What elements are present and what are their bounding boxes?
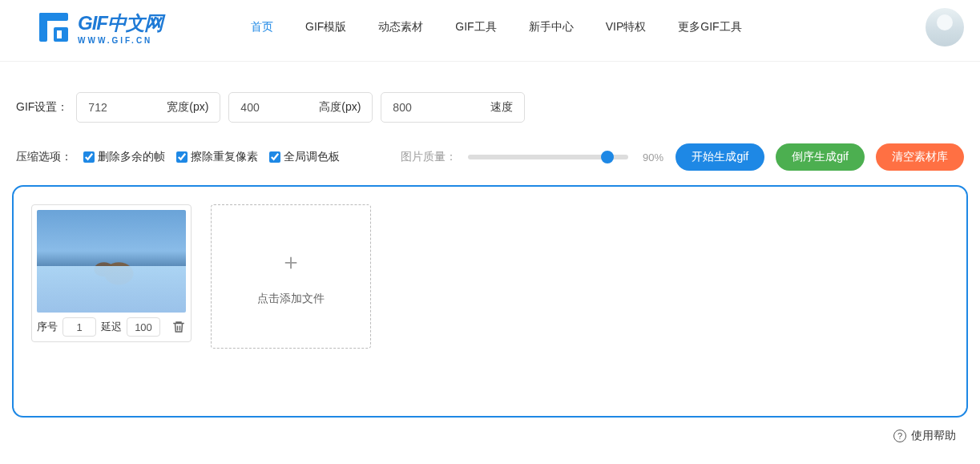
header: GIF中文网 WWW.GIF.CN 首页 GIF模版 动态素材 GIF工具 新手… bbox=[0, 0, 980, 62]
compression-label: 压缩选项： bbox=[16, 150, 72, 164]
add-file-label: 点击添加文件 bbox=[257, 292, 325, 306]
frame-controls: 序号 延迟 bbox=[37, 313, 186, 337]
help-text: 使用帮助 bbox=[911, 429, 956, 443]
logo[interactable]: GIF中文网 WWW.GIF.CN bbox=[36, 10, 163, 45]
help-icon: ? bbox=[893, 430, 906, 442]
speed-input-group: 速度 bbox=[381, 92, 525, 123]
cb-delete-extra-frames-input[interactable] bbox=[83, 151, 95, 163]
plus-icon: ＋ bbox=[280, 247, 302, 277]
height-suffix: 高度(px) bbox=[319, 100, 361, 115]
quality-value: 90% bbox=[643, 151, 663, 163]
logo-text: GIF中文网 WWW.GIF.CN bbox=[78, 10, 163, 45]
gif-settings-row: GIF设置： 宽度(px) 高度(px) 速度 bbox=[0, 62, 980, 137]
quality-slider-wrap: 90% bbox=[468, 151, 663, 163]
index-label: 序号 bbox=[37, 320, 58, 334]
clear-button[interactable]: 清空素材库 bbox=[876, 143, 964, 171]
nav-tools[interactable]: GIF工具 bbox=[455, 20, 496, 34]
cb-erase-dup-pixels-label: 擦除重复像素 bbox=[191, 150, 258, 164]
cb-erase-dup-pixels[interactable]: 擦除重复像素 bbox=[176, 150, 258, 164]
height-input[interactable] bbox=[240, 101, 296, 114]
width-input[interactable] bbox=[88, 101, 144, 114]
material-panel: 序号 延迟 ＋ 点击添加文件 bbox=[12, 185, 968, 418]
settings-label: GIF设置： bbox=[16, 100, 68, 115]
frame-thumbnail[interactable] bbox=[37, 210, 186, 313]
index-input[interactable] bbox=[63, 317, 96, 337]
width-suffix: 宽度(px) bbox=[167, 100, 208, 115]
add-file-card[interactable]: ＋ 点击添加文件 bbox=[211, 204, 371, 349]
user-avatar[interactable] bbox=[926, 8, 964, 46]
height-input-group: 高度(px) bbox=[228, 92, 373, 123]
help-link[interactable]: ? 使用帮助 bbox=[0, 418, 980, 446]
action-buttons: 开始生成gif 倒序生成gif 清空素材库 bbox=[676, 143, 964, 171]
logo-title: GIF中文网 bbox=[78, 10, 163, 36]
cb-global-palette-label: 全局调色板 bbox=[284, 150, 340, 164]
nav-materials[interactable]: 动态素材 bbox=[378, 20, 423, 34]
cb-delete-extra-frames[interactable]: 删除多余的帧 bbox=[83, 150, 165, 164]
width-input-group: 宽度(px) bbox=[76, 92, 220, 123]
cb-erase-dup-pixels-input[interactable] bbox=[176, 151, 188, 163]
compression-row: 压缩选项： 删除多余的帧 擦除重复像素 全局调色板 图片质量： 90% 开始生成… bbox=[0, 137, 980, 185]
main-nav: 首页 GIF模版 动态素材 GIF工具 新手中心 VIP特权 更多GIF工具 bbox=[251, 20, 742, 34]
nav-more[interactable]: 更多GIF工具 bbox=[678, 20, 741, 34]
quality-label: 图片质量： bbox=[401, 150, 457, 164]
nav-newbie[interactable]: 新手中心 bbox=[529, 20, 574, 34]
speed-input[interactable] bbox=[393, 101, 449, 114]
generate-button[interactable]: 开始生成gif bbox=[676, 143, 764, 171]
logo-icon bbox=[36, 10, 71, 45]
delay-input[interactable] bbox=[127, 317, 160, 337]
cb-global-palette-input[interactable] bbox=[269, 151, 280, 163]
frame-card: 序号 延迟 bbox=[31, 204, 192, 342]
quality-slider[interactable] bbox=[468, 155, 628, 159]
nav-home[interactable]: 首页 bbox=[251, 20, 273, 34]
nav-vip[interactable]: VIP特权 bbox=[606, 20, 647, 34]
speed-suffix: 速度 bbox=[490, 100, 513, 115]
delay-label: 延迟 bbox=[101, 320, 122, 334]
nav-templates[interactable]: GIF模版 bbox=[305, 20, 346, 34]
reverse-button[interactable]: 倒序生成gif bbox=[776, 143, 865, 171]
svg-rect-1 bbox=[39, 13, 47, 42]
cb-delete-extra-frames-label: 删除多余的帧 bbox=[98, 150, 165, 164]
cb-global-palette[interactable]: 全局调色板 bbox=[269, 150, 340, 164]
svg-rect-3 bbox=[57, 30, 62, 38]
logo-subtitle: WWW.GIF.CN bbox=[78, 36, 163, 45]
trash-icon[interactable] bbox=[171, 320, 186, 334]
